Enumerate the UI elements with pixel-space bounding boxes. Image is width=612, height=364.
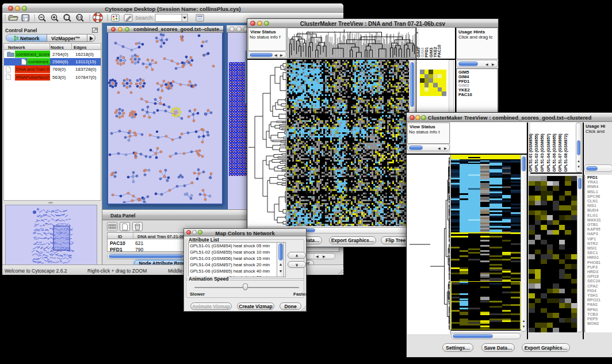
svg-text:1:1: 1:1 [77, 16, 82, 19]
svg-text:Search:: Search: [135, 14, 154, 21]
